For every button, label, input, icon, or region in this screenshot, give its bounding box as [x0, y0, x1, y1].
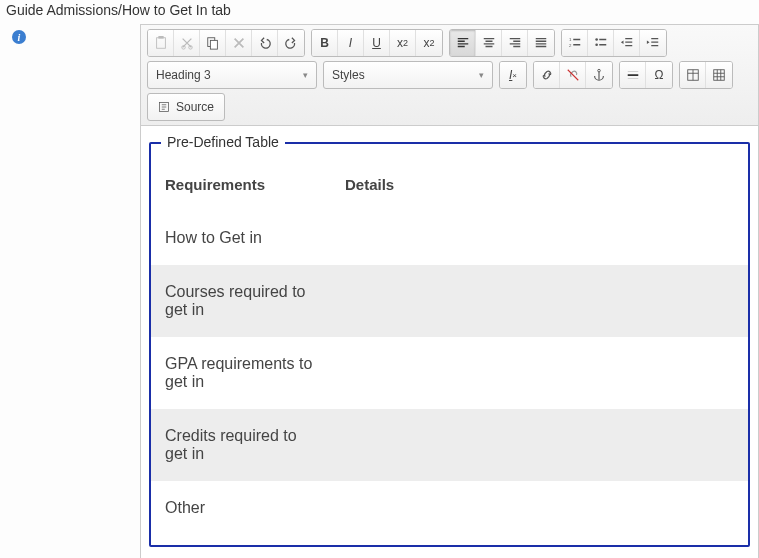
chevron-down-icon: ▾: [479, 70, 484, 80]
svg-rect-5: [210, 40, 217, 49]
table-row[interactable]: Credits required to get in: [151, 409, 748, 481]
svg-point-9: [595, 43, 598, 46]
chevron-down-icon: ▾: [303, 70, 308, 80]
svg-rect-1: [158, 36, 163, 39]
predefined-table-fieldset: Pre-Defined Table Requirements Details H…: [149, 142, 750, 547]
italic-icon[interactable]: I: [338, 30, 364, 56]
format-select[interactable]: Heading 3 ▾: [147, 61, 317, 89]
table-row[interactable]: Courses required to get in: [151, 265, 748, 337]
anchor-icon[interactable]: [586, 62, 612, 88]
col-header-details: Details: [331, 154, 748, 211]
cell-det: [331, 337, 748, 409]
svg-point-8: [595, 38, 598, 41]
table-row[interactable]: How to Get in: [151, 211, 748, 265]
redo-icon[interactable]: [278, 30, 304, 56]
cell-det: [331, 481, 748, 535]
cell-det: [331, 211, 748, 265]
cell-req: Other: [151, 481, 331, 535]
styles-select[interactable]: Styles ▾: [323, 61, 493, 89]
source-button-label: Source: [176, 100, 214, 114]
bold-icon[interactable]: B: [312, 30, 338, 56]
align-justify-icon[interactable]: [528, 30, 554, 56]
underline-icon[interactable]: U: [364, 30, 390, 56]
paste-icon[interactable]: [148, 30, 174, 56]
cut-icon[interactable]: [174, 30, 200, 56]
align-right-icon[interactable]: [502, 30, 528, 56]
indent-icon[interactable]: [640, 30, 666, 56]
predefined-table-icon[interactable]: [680, 62, 706, 88]
svg-text:1: 1: [568, 37, 571, 42]
subscript-icon[interactable]: x2: [416, 30, 442, 56]
table-row[interactable]: GPA requirements to get in: [151, 337, 748, 409]
page-title: Guide Admissions/How to Get In tab: [0, 0, 759, 24]
format-select-value: Heading 3: [156, 68, 211, 82]
clear-format-icon[interactable]: [226, 30, 252, 56]
cell-req: Courses required to get in: [151, 265, 331, 337]
hr-icon[interactable]: [620, 62, 646, 88]
align-center-icon[interactable]: [476, 30, 502, 56]
numbered-list-icon[interactable]: 12: [562, 30, 588, 56]
align-left-icon[interactable]: [450, 30, 476, 56]
cell-req: GPA requirements to get in: [151, 337, 331, 409]
unlink-icon[interactable]: [560, 62, 586, 88]
link-icon[interactable]: [534, 62, 560, 88]
remove-format-icon[interactable]: I×: [500, 62, 526, 88]
cell-req: Credits required to get in: [151, 409, 331, 481]
source-button[interactable]: Source: [147, 93, 225, 121]
cell-det: [331, 409, 748, 481]
svg-rect-12: [714, 70, 725, 81]
special-char-icon[interactable]: Ω: [646, 62, 672, 88]
help-icon[interactable]: i: [12, 30, 26, 44]
cell-det: [331, 265, 748, 337]
superscript-icon[interactable]: x2: [390, 30, 416, 56]
styles-select-value: Styles: [332, 68, 365, 82]
toolbar: B I U x2 x2: [141, 25, 758, 126]
requirements-table: Requirements Details How to Get in Cours…: [151, 154, 748, 535]
copy-icon[interactable]: [200, 30, 226, 56]
svg-text:2: 2: [568, 43, 571, 48]
bullet-list-icon[interactable]: [588, 30, 614, 56]
cell-req: How to Get in: [151, 211, 331, 265]
col-header-requirements: Requirements: [151, 154, 331, 211]
left-gutter: i: [0, 24, 140, 558]
table-icon[interactable]: [706, 62, 732, 88]
svg-rect-0: [156, 38, 165, 49]
table-row[interactable]: Other: [151, 481, 748, 535]
undo-icon[interactable]: [252, 30, 278, 56]
content-area[interactable]: Pre-Defined Table Requirements Details H…: [141, 126, 758, 558]
editor: B I U x2 x2: [140, 24, 759, 558]
outdent-icon[interactable]: [614, 30, 640, 56]
fieldset-legend: Pre-Defined Table: [161, 134, 285, 150]
